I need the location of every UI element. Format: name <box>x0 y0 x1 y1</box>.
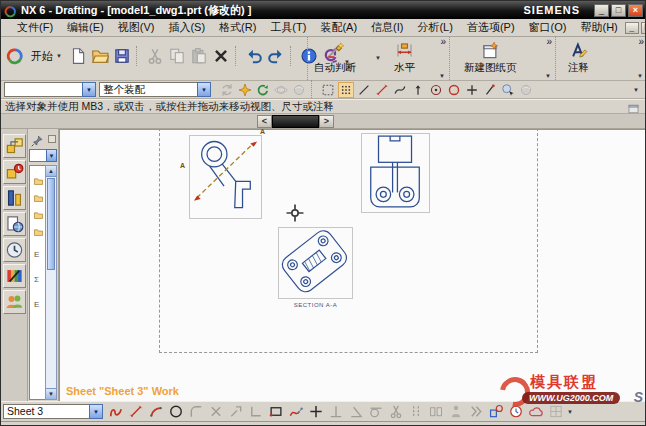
curve-icon[interactable] <box>392 82 408 98</box>
swirl-icon[interactable] <box>255 82 271 98</box>
scroll-up-button[interactable]: ▲ <box>46 166 56 177</box>
sphere-cursor-icon[interactable] <box>500 82 516 98</box>
selection-bar-options-arrow[interactable]: ▼ <box>633 87 639 93</box>
new-file-icon[interactable] <box>68 46 88 66</box>
drafting-view-front[interactable] <box>361 133 430 213</box>
note-button[interactable]: 注释 <box>564 40 593 76</box>
history-icon[interactable] <box>3 238 26 262</box>
menu-item-4[interactable]: 格式(R) <box>212 19 263 36</box>
folder-sm-icon[interactable] <box>32 188 45 200</box>
folder-sm-icon[interactable] <box>32 222 45 234</box>
slash-icon[interactable] <box>482 82 498 98</box>
arrow-up-icon[interactable] <box>410 82 426 98</box>
offset-icon[interactable] <box>487 403 505 420</box>
pin-icon[interactable] <box>31 133 43 145</box>
start-menu-button[interactable]: 开始▼ <box>27 47 66 66</box>
roles-icon[interactable] <box>3 290 26 314</box>
navigator-filter-combo[interactable]: ▼ <box>29 149 57 162</box>
minimize-button[interactable]: _ <box>594 4 609 17</box>
auto-dimension-arrow[interactable]: ▼ <box>375 55 381 61</box>
menu-item-5[interactable]: 工具(T) <box>263 19 313 36</box>
graphics-window[interactable]: A A <box>59 129 645 401</box>
horizontal-dimension-button[interactable]: 水平 <box>390 40 419 76</box>
menu-item-3[interactable]: 插入(S) <box>161 19 212 36</box>
cloud-icon[interactable] <box>527 403 545 420</box>
plus-sk-icon[interactable] <box>307 403 325 420</box>
circle-sk-icon[interactable] <box>167 403 185 420</box>
folder-sm-icon[interactable] <box>32 205 45 217</box>
sheet-combo-value[interactable]: Sheet 3 <box>3 404 89 419</box>
new-sheet-button[interactable]: 新建图纸页 <box>460 40 521 76</box>
spline-icon[interactable] <box>107 403 125 420</box>
studio-icon[interactable] <box>287 403 305 420</box>
mdi-minimize-button[interactable]: _ <box>625 22 639 34</box>
selection-type-value[interactable] <box>4 82 82 97</box>
close-button[interactable]: × <box>628 4 643 17</box>
combo-arrow-icon[interactable]: ▼ <box>197 82 211 97</box>
arc-icon[interactable] <box>147 403 165 420</box>
scrollbar-thumb[interactable] <box>47 178 55 270</box>
reuse-library-icon[interactable] <box>3 212 26 236</box>
move-view-crosshair-icon[interactable] <box>286 204 304 222</box>
menu-item-2[interactable]: 视图(V) <box>111 19 162 36</box>
redo-icon[interactable] <box>266 46 286 66</box>
sketch-toolbar-options-arrow[interactable]: ▼ <box>567 409 573 415</box>
menu-item-9[interactable]: 首选项(P) <box>460 19 522 36</box>
tree-item-1[interactable]: Σ <box>34 275 45 284</box>
auto-dimension-button[interactable]: 自动判断 <box>310 40 360 76</box>
combo-arrow-icon[interactable]: ▼ <box>89 404 103 419</box>
pan-scrollbar-thumb[interactable] <box>272 115 319 128</box>
menu-item-6[interactable]: 装配(A) <box>313 19 364 36</box>
plus-icon[interactable] <box>464 82 480 98</box>
hd3d-tools-icon[interactable] <box>3 264 26 288</box>
line-icon[interactable] <box>356 82 372 98</box>
menu-item-0[interactable]: 文件(F) <box>10 19 60 36</box>
scrollbar-track[interactable] <box>46 271 56 388</box>
selection-type-combo[interactable]: ▼ <box>4 82 96 97</box>
group-options-arrow[interactable]: ▼ <box>637 73 643 79</box>
dialog-rail-icon[interactable] <box>627 101 640 113</box>
panel-resize-handle[interactable] <box>48 135 56 143</box>
pan-left-button[interactable]: < <box>257 115 272 128</box>
group-options-arrow[interactable]: ▼ <box>545 73 551 79</box>
save-icon[interactable] <box>112 46 132 66</box>
selection-scope-value[interactable]: 整个装配 <box>99 82 197 97</box>
pan-scrollbar-track[interactable]: < > <box>1 114 645 129</box>
open-folder-icon[interactable] <box>90 46 110 66</box>
circle-red-icon[interactable] <box>446 82 462 98</box>
delete-icon[interactable] <box>211 46 231 66</box>
overflow-chevron[interactable]: » <box>546 37 552 47</box>
navigator-scrollbar[interactable]: ▲ ▼ <box>45 165 57 400</box>
menu-item-10[interactable]: 窗口(O) <box>522 19 574 36</box>
nine-dots-icon[interactable] <box>338 82 354 98</box>
group-options-arrow[interactable]: ▼ <box>439 73 445 79</box>
menu-item-7[interactable]: 信息(I) <box>364 19 410 36</box>
combo-arrow-icon[interactable]: ▼ <box>82 82 96 97</box>
circle-center-icon[interactable] <box>428 82 444 98</box>
snap-rect-icon[interactable] <box>320 82 336 98</box>
selection-scope-combo[interactable]: 整个装配 ▼ <box>99 82 211 97</box>
undo-icon[interactable] <box>244 46 264 66</box>
line-red-icon[interactable] <box>127 403 145 420</box>
scroll-down-button[interactable]: ▼ <box>46 388 56 399</box>
drafting-view-bracket[interactable]: A A <box>189 135 262 219</box>
overflow-chevron[interactable]: » <box>440 37 446 47</box>
menu-item-1[interactable]: 编辑(E) <box>60 19 111 36</box>
mdi-restore-button[interactable]: ❐ <box>641 22 646 34</box>
assembly-navigator-icon[interactable] <box>3 134 26 158</box>
tree-item-2[interactable]: E <box>34 300 45 309</box>
tree-item-0[interactable]: E <box>34 250 45 259</box>
menu-item-11[interactable]: 帮助(H) <box>573 19 624 36</box>
clockred-icon[interactable] <box>507 403 525 420</box>
part-navigator-icon[interactable] <box>3 186 26 210</box>
star-icon[interactable] <box>237 82 253 98</box>
line-red-icon[interactable] <box>374 82 390 98</box>
navigator-filter-value[interactable] <box>29 149 46 162</box>
drafting-view-section[interactable] <box>278 227 353 299</box>
folder-sm-icon[interactable] <box>32 171 45 183</box>
rect-sk-icon[interactable] <box>267 403 285 420</box>
pan-right-button[interactable]: > <box>319 115 334 128</box>
maximize-button[interactable]: □ <box>611 4 626 17</box>
overflow-chevron[interactable]: » <box>638 37 644 47</box>
constraint-navigator-icon[interactable] <box>3 160 26 184</box>
